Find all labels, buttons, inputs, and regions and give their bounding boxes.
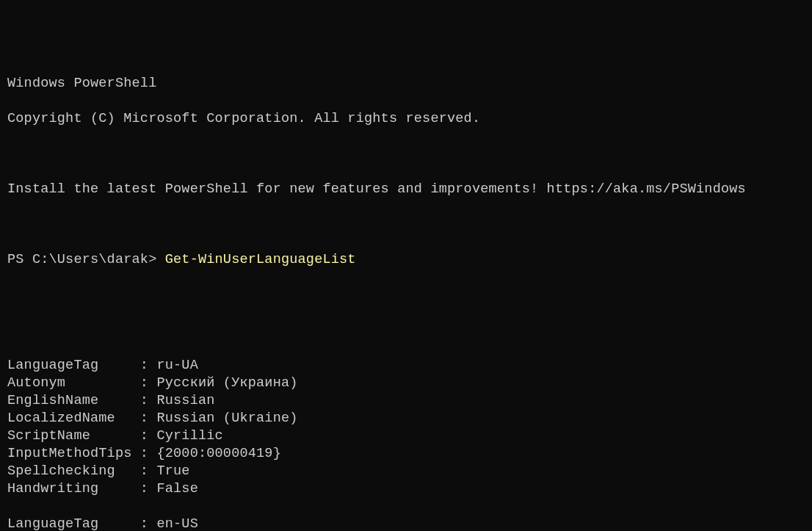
- blank-line: [7, 216, 805, 234]
- header-line-3: Install the latest PowerShell for new fe…: [7, 181, 805, 198]
- command-input[interactable]: Get-WinUserLanguageList: [165, 252, 356, 267]
- blank-line: [7, 498, 805, 516]
- output-row: LanguageTag : en-US: [7, 516, 805, 531]
- prompt-prefix: PS C:\Users\darak>: [7, 252, 165, 267]
- header-line-1: Windows PowerShell: [7, 75, 805, 93]
- blank-line: [7, 286, 805, 304]
- output-row: InputMethodTips : {2000:00000419}: [7, 445, 805, 463]
- prompt-line-1: PS C:\Users\darak> Get-WinUserLanguageLi…: [7, 251, 805, 269]
- output-row: LocalizedName : Russian (Ukraine): [7, 410, 805, 427]
- output-row: ScriptName : Cyrillic: [7, 427, 805, 445]
- blank-line: [7, 322, 805, 339]
- output-row: Spellchecking : True: [7, 463, 805, 480]
- output-results: LanguageTag : ru-UAAutonym : Русский (Ук…: [7, 357, 805, 531]
- blank-line: [7, 145, 805, 163]
- header-line-2: Copyright (C) Microsoft Corporation. All…: [7, 110, 805, 128]
- output-row: LanguageTag : ru-UA: [7, 357, 805, 375]
- output-row: Handwriting : False: [7, 480, 805, 498]
- output-row: EnglishName : Russian: [7, 392, 805, 410]
- output-row: Autonym : Русский (Украина): [7, 375, 805, 392]
